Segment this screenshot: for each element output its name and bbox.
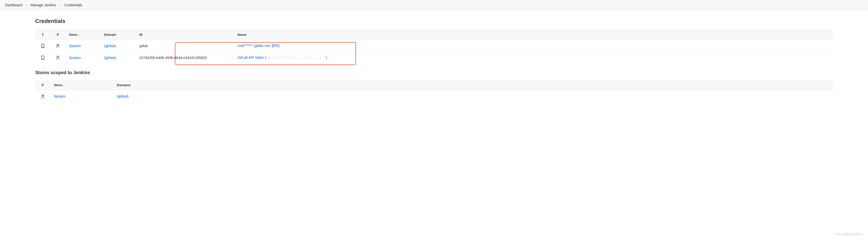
sort-arrow-icon: ↓ — [78, 33, 80, 36]
col-header-store[interactable]: Store ↓ — [50, 80, 113, 90]
table-row: System (global) — [35, 90, 833, 102]
provider-icon — [50, 52, 65, 64]
credentials-table: T P Store ↓ Domain ID Name — [35, 29, 833, 63]
credential-name-link[interactable]: GitLab API token (ㄩ╭╮╰╯╭╮╰╮╭╮╮╰╮╮╮╰) — [238, 55, 327, 59]
svg-point-5 — [57, 56, 59, 57]
credentials-table-panel: T P Store ↓ Domain ID Name — [35, 29, 833, 63]
breadcrumb-dashboard[interactable]: Dashboard — [5, 3, 22, 7]
col-header-name[interactable]: Name — [234, 29, 833, 40]
breadcrumb: Dashboard › Manage Jenkins › Credentials — [0, 0, 868, 10]
table-row: System (global) 027d2455-b40b-493b-863d-… — [35, 52, 833, 64]
svg-point-1 — [42, 47, 43, 47]
stores-table: P Store ↓ Domains System (global) — [35, 80, 833, 102]
store-link[interactable]: System — [54, 94, 66, 98]
provider-icon — [35, 90, 50, 102]
col-header-domain[interactable]: Domain — [101, 29, 136, 40]
credential-id: 027d2455-b40b-493b-863d-e34241185829 — [136, 52, 234, 64]
domain-link[interactable]: (global) — [104, 44, 116, 48]
domain-link[interactable]: (global) — [104, 56, 116, 60]
breadcrumb-manage-jenkins[interactable]: Manage Jenkins — [30, 3, 56, 7]
store-link[interactable]: System — [69, 44, 81, 48]
credential-id: gitlab — [136, 40, 234, 52]
chevron-right-icon: › — [60, 3, 61, 7]
col-header-store[interactable]: Store ↓ — [65, 29, 101, 40]
chevron-right-icon: › — [26, 3, 27, 7]
provider-icon — [50, 40, 65, 52]
col-header-p[interactable]: P — [50, 29, 65, 40]
section-title-stores: Stores scoped to Jenkins — [35, 70, 833, 75]
svg-point-6 — [42, 95, 43, 96]
svg-point-4 — [42, 58, 43, 59]
col-header-id[interactable]: ID — [136, 29, 234, 40]
store-link[interactable]: System — [69, 56, 81, 60]
credential-name-link[interactable]: root/****** (gitlab root 密码) — [238, 44, 280, 48]
credential-type-icon — [35, 40, 50, 52]
domain-link[interactable]: (global) — [117, 94, 129, 98]
table-row: System (global) gitlab root/****** (gitl… — [35, 40, 833, 52]
col-header-p[interactable]: P — [35, 80, 50, 90]
credential-type-icon — [35, 52, 50, 64]
stores-table-panel: P Store ↓ Domains System (global) — [35, 80, 833, 102]
svg-point-2 — [57, 44, 59, 46]
breadcrumb-credentials[interactable]: Credentials — [64, 3, 82, 7]
col-header-domains[interactable]: Domains — [113, 80, 833, 90]
page-title: Credentials — [35, 18, 833, 24]
sort-arrow-icon: ↓ — [63, 83, 65, 87]
col-header-t[interactable]: T — [35, 29, 50, 40]
